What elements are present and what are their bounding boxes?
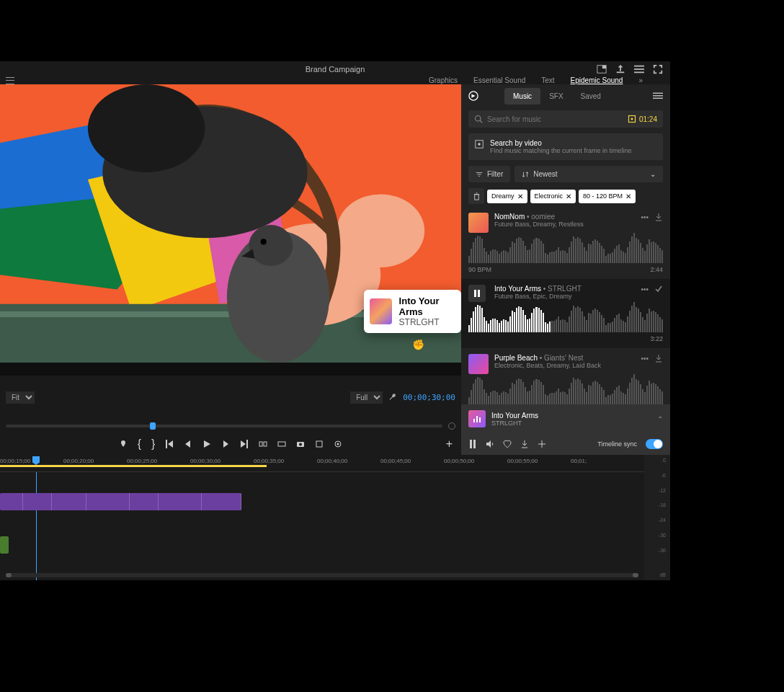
- workspace-icon[interactable]: [597, 64, 607, 74]
- search-by-video[interactable]: Search by video Find music matching the …: [468, 133, 663, 160]
- filter-button[interactable]: Filter: [468, 166, 510, 182]
- panel-menu-icon[interactable]: [653, 91, 663, 101]
- trash-icon: [473, 192, 481, 200]
- mark-out-icon[interactable]: }: [151, 438, 155, 451]
- in-out-range[interactable]: [0, 465, 267, 467]
- drag-title: Into Your Arms: [399, 296, 455, 317]
- waveform[interactable]: [468, 378, 663, 404]
- goto-out-icon[interactable]: [240, 440, 249, 448]
- svg-rect-33: [316, 441, 322, 447]
- audio-meters: 0-6-12-18-24-30-36dB: [644, 455, 670, 580]
- goto-in-icon[interactable]: [165, 440, 174, 448]
- drag-thumb: [370, 298, 392, 324]
- now-playing-artwork: [468, 410, 486, 427]
- share-icon[interactable]: [615, 64, 625, 74]
- track-list: NomNom • oomiee Future Bass, Dreamy, Res…: [461, 207, 670, 404]
- timeline-sync-label: Timeline sync: [597, 440, 637, 448]
- svg-rect-4: [634, 68, 644, 70]
- tabs-overflow-icon[interactable]: »: [638, 76, 643, 84]
- volume-icon[interactable]: [486, 440, 494, 448]
- settings-icon[interactable]: [334, 440, 342, 448]
- chevron-up-icon[interactable]: ⌃: [657, 415, 663, 423]
- track-item[interactable]: Purple Beach • Giants' Nest Electronic, …: [461, 348, 670, 404]
- fullscreen-icon[interactable]: [653, 64, 663, 74]
- export-frame-icon[interactable]: [315, 440, 324, 448]
- svg-line-41: [480, 120, 482, 123]
- preview-monitor[interactable]: Into Your Arms STRLGHT ✊: [0, 84, 461, 376]
- svg-point-40: [476, 116, 481, 122]
- now-playing[interactable]: Into Your Arms STRLGHT ⌃: [461, 404, 670, 433]
- play-icon[interactable]: [202, 440, 211, 448]
- duration-badge[interactable]: 01:24: [628, 115, 657, 123]
- full-select[interactable]: Full: [350, 391, 383, 404]
- sort-button[interactable]: Newest ⌄: [514, 166, 663, 182]
- pause-button[interactable]: [468, 285, 486, 302]
- close-icon[interactable]: ✕: [517, 192, 523, 200]
- add-button[interactable]: +: [446, 438, 453, 451]
- search-input[interactable]: [487, 115, 623, 123]
- fit-select[interactable]: Fit: [6, 391, 35, 404]
- step-back-icon[interactable]: [184, 440, 192, 448]
- mark-in-icon[interactable]: {: [138, 438, 141, 451]
- app-window: Brand Campaign Graphics Essential Sound …: [0, 61, 670, 580]
- close-icon[interactable]: ✕: [625, 192, 631, 200]
- time-ruler[interactable]: 00;00;15;0000;00;20;0000;00;25;0000;00;3…: [0, 455, 644, 472]
- hamburger-icon[interactable]: [6, 77, 14, 84]
- chip[interactable]: 80 - 120 BPM✕: [579, 190, 636, 203]
- svg-point-35: [337, 443, 339, 445]
- more-icon[interactable]: •••: [641, 355, 649, 363]
- heart-icon[interactable]: [503, 440, 512, 448]
- svg-point-43: [631, 118, 633, 120]
- svg-rect-2: [617, 71, 625, 73]
- chevron-down-icon: ⌄: [650, 170, 656, 178]
- video-clip[interactable]: [0, 493, 241, 510]
- download-icon[interactable]: [654, 354, 663, 363]
- download-icon[interactable]: [520, 440, 529, 448]
- step-fwd-icon[interactable]: [221, 440, 230, 448]
- svg-rect-29: [264, 442, 267, 446]
- svg-marker-26: [241, 440, 246, 448]
- svg-marker-24: [204, 440, 210, 448]
- add-icon[interactable]: [538, 440, 546, 448]
- panel-tab-music[interactable]: Music: [504, 88, 540, 105]
- transport-bar: { } +: [0, 433, 461, 455]
- more-icon[interactable]: •••: [641, 213, 649, 221]
- menubar: Graphics Essential Sound Text Epidemic S…: [0, 76, 670, 84]
- camera-icon[interactable]: [296, 440, 305, 448]
- clear-filters-button[interactable]: [468, 188, 484, 204]
- overwrite-icon[interactable]: [277, 440, 286, 448]
- zoom-slider[interactable]: [0, 419, 461, 433]
- waveform[interactable]: [468, 306, 663, 332]
- tab-graphics[interactable]: Graphics: [429, 76, 458, 84]
- marker-icon[interactable]: [119, 440, 128, 448]
- more-icon[interactable]: •••: [641, 285, 649, 293]
- search-icon: [474, 115, 483, 123]
- insert-icon[interactable]: [259, 440, 267, 448]
- tab-text[interactable]: Text: [541, 76, 554, 84]
- filter-chips: Dreamy✕ Electronic✕ 80 - 120 BPM✕: [468, 188, 663, 204]
- audio-clip[interactable]: [0, 536, 9, 554]
- waveform[interactable]: [468, 237, 663, 263]
- equalizer-icon: [473, 414, 481, 423]
- pause-icon[interactable]: [468, 440, 477, 448]
- timeline-sync-toggle[interactable]: [646, 439, 663, 449]
- chip[interactable]: Dreamy✕: [487, 190, 527, 203]
- track-item[interactable]: NomNom • oomiee Future Bass, Dreamy, Res…: [461, 207, 670, 279]
- chip[interactable]: Electronic✕: [530, 190, 576, 203]
- svg-rect-30: [278, 442, 285, 446]
- list-icon[interactable]: [634, 64, 644, 74]
- drag-tooltip: Into Your Arms STRLGHT: [364, 290, 461, 333]
- timeline-scrollbar[interactable]: [6, 573, 638, 577]
- download-icon[interactable]: [654, 213, 663, 221]
- wrench-icon[interactable]: [388, 393, 397, 402]
- tab-epidemic-sound[interactable]: Epidemic Sound: [571, 76, 623, 84]
- close-icon[interactable]: ✕: [566, 192, 571, 200]
- svg-rect-38: [653, 95, 663, 96]
- check-icon[interactable]: [654, 285, 663, 293]
- panel-tab-sfx[interactable]: SFX: [540, 88, 571, 105]
- track-item[interactable]: Into Your Arms • STRLGHT Future Bass, Ep…: [461, 279, 670, 348]
- player-bar: Timeline sync: [461, 433, 670, 455]
- tab-essential-sound[interactable]: Essential Sound: [473, 76, 525, 84]
- playhead-indicator[interactable]: [32, 456, 40, 465]
- panel-tab-saved[interactable]: Saved: [572, 88, 610, 105]
